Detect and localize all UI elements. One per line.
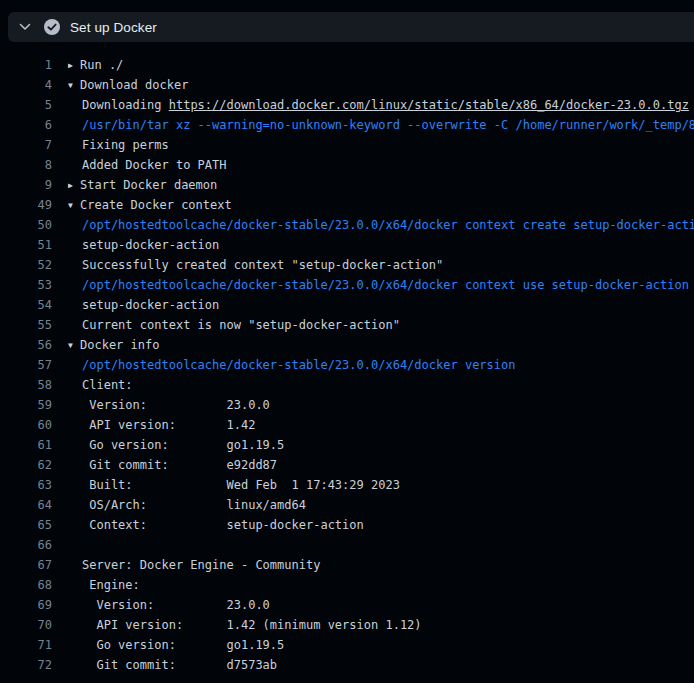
log-text: setup-docker-action — [82, 238, 219, 252]
log-line: 66 — [0, 535, 694, 555]
log-line: 52Successfully created context "setup-do… — [0, 255, 694, 275]
log-line: 70 API version: 1.42 (minimum version 1.… — [0, 615, 694, 635]
log-text: Successfully created context "setup-dock… — [82, 258, 443, 272]
log-line: 61 Go version: go1.19.5 — [0, 435, 694, 455]
line-number[interactable]: 6 — [0, 118, 52, 132]
log-text: Git commit: e92dd87 — [82, 458, 277, 472]
line-number[interactable]: 54 — [0, 298, 52, 312]
log-text: Go version: go1.19.5 — [82, 438, 284, 452]
group-collapsed-icon[interactable]: ▶ — [68, 181, 78, 190]
line-number[interactable]: 49 — [0, 198, 52, 212]
log-command-text: /usr/bin/tar xz --warning=no-unknown-key… — [82, 118, 694, 132]
step-title: Set up Docker — [70, 20, 157, 35]
log-line: 69 Version: 23.0.0 — [0, 595, 694, 615]
actions-log-viewer: Set up Docker 1▶Run ./4▼Download docker5… — [0, 0, 694, 683]
line-number[interactable]: 4 — [0, 78, 52, 92]
line-number[interactable]: 57 — [0, 358, 52, 372]
line-number[interactable]: 66 — [0, 538, 52, 552]
log-lines: 1▶Run ./4▼Download docker5Downloading ht… — [0, 42, 694, 683]
line-number[interactable]: 56 — [0, 338, 52, 352]
line-number[interactable]: 58 — [0, 378, 52, 392]
log-line: 71 Go version: go1.19.5 — [0, 635, 694, 655]
log-line: 59 Version: 23.0.0 — [0, 395, 694, 415]
chevron-down-icon[interactable] — [18, 20, 32, 34]
group-title[interactable]: Docker info — [80, 338, 159, 352]
log-command-text: /opt/hostedtoolcache/docker-stable/23.0.… — [82, 358, 515, 372]
log-line: 65 Context: setup-docker-action — [0, 515, 694, 535]
line-number[interactable]: 64 — [0, 498, 52, 512]
line-number[interactable]: 50 — [0, 218, 52, 232]
log-line: 58Client: — [0, 375, 694, 395]
check-circle-icon — [44, 19, 60, 35]
log-line: 63 Built: Wed Feb 1 17:43:29 2023 — [0, 475, 694, 495]
line-number[interactable]: 53 — [0, 278, 52, 292]
group-expanded-icon[interactable]: ▼ — [68, 201, 78, 210]
line-number[interactable]: 71 — [0, 638, 52, 652]
log-line: 5Downloading https://download.docker.com… — [0, 95, 694, 115]
log-line[interactable]: 49▼Create Docker context — [0, 195, 694, 215]
line-number[interactable]: 9 — [0, 178, 52, 192]
group-expanded-icon[interactable]: ▼ — [68, 341, 78, 350]
group-expanded-icon[interactable]: ▼ — [68, 81, 78, 90]
log-text: API version: 1.42 — [82, 418, 255, 432]
line-number[interactable]: 61 — [0, 438, 52, 452]
log-line: 6/usr/bin/tar xz --warning=no-unknown-ke… — [0, 115, 694, 135]
log-text: API version: 1.42 (minimum version 1.12) — [82, 618, 422, 632]
log-line: 57/opt/hostedtoolcache/docker-stable/23.… — [0, 355, 694, 375]
group-collapsed-icon[interactable]: ▶ — [68, 61, 78, 70]
log-line: 62 Git commit: e92dd87 — [0, 455, 694, 475]
group-title[interactable]: Run ./ — [80, 58, 123, 72]
line-number[interactable]: 69 — [0, 598, 52, 612]
log-text: Downloading https://download.docker.com/… — [82, 98, 689, 112]
log-text: Context: setup-docker-action — [82, 518, 364, 532]
log-line: 64 OS/Arch: linux/amd64 — [0, 495, 694, 515]
line-number[interactable]: 59 — [0, 398, 52, 412]
line-number[interactable]: 67 — [0, 558, 52, 572]
line-number[interactable]: 55 — [0, 318, 52, 332]
line-number[interactable]: 70 — [0, 618, 52, 632]
log-text: Git commit: d7573ab — [82, 658, 277, 672]
log-text: Go version: go1.19.5 — [82, 638, 284, 652]
line-number[interactable]: 7 — [0, 138, 52, 152]
log-line[interactable]: 9▶Start Docker daemon — [0, 175, 694, 195]
log-line[interactable]: 4▼Download docker — [0, 75, 694, 95]
log-text: Server: Docker Engine - Community — [82, 558, 320, 572]
log-text: Fixing perms — [82, 138, 169, 152]
log-line: 68 Engine: — [0, 575, 694, 595]
log-text: Added Docker to PATH — [82, 158, 227, 172]
line-number[interactable]: 8 — [0, 158, 52, 172]
line-number[interactable]: 72 — [0, 658, 52, 672]
line-number[interactable]: 62 — [0, 458, 52, 472]
group-title[interactable]: Download docker — [80, 78, 188, 92]
line-number[interactable]: 60 — [0, 418, 52, 432]
log-text: OS/Arch: linux/amd64 — [82, 498, 306, 512]
log-command-text: /opt/hostedtoolcache/docker-stable/23.0.… — [82, 218, 694, 232]
log-line[interactable]: 1▶Run ./ — [0, 55, 694, 75]
log-text: Version: 23.0.0 — [82, 398, 270, 412]
line-number[interactable]: 68 — [0, 578, 52, 592]
log-link[interactable]: https://download.docker.com/linux/static… — [169, 98, 689, 112]
log-text: Client: — [82, 378, 133, 392]
group-title[interactable]: Start Docker daemon — [80, 178, 217, 192]
log-line: 7Fixing perms — [0, 135, 694, 155]
line-number[interactable]: 65 — [0, 518, 52, 532]
line-number[interactable]: 52 — [0, 258, 52, 272]
step-header[interactable]: Set up Docker — [8, 12, 694, 42]
line-number[interactable]: 5 — [0, 98, 52, 112]
log-line: 50/opt/hostedtoolcache/docker-stable/23.… — [0, 215, 694, 235]
log-command-text: /opt/hostedtoolcache/docker-stable/23.0.… — [82, 278, 689, 292]
log-text: Engine: — [82, 578, 140, 592]
log-line: 51setup-docker-action — [0, 235, 694, 255]
line-number[interactable]: 63 — [0, 478, 52, 492]
log-line: 60 API version: 1.42 — [0, 415, 694, 435]
log-line: 53/opt/hostedtoolcache/docker-stable/23.… — [0, 275, 694, 295]
log-line[interactable]: 56▼Docker info — [0, 335, 694, 355]
log-line: 55Current context is now "setup-docker-a… — [0, 315, 694, 335]
log-text: Version: 23.0.0 — [82, 598, 270, 612]
line-number[interactable]: 51 — [0, 238, 52, 252]
log-line: 54setup-docker-action — [0, 295, 694, 315]
log-line: 8Added Docker to PATH — [0, 155, 694, 175]
group-title[interactable]: Create Docker context — [80, 198, 232, 212]
log-text: Built: Wed Feb 1 17:43:29 2023 — [82, 478, 400, 492]
line-number[interactable]: 1 — [0, 58, 52, 72]
